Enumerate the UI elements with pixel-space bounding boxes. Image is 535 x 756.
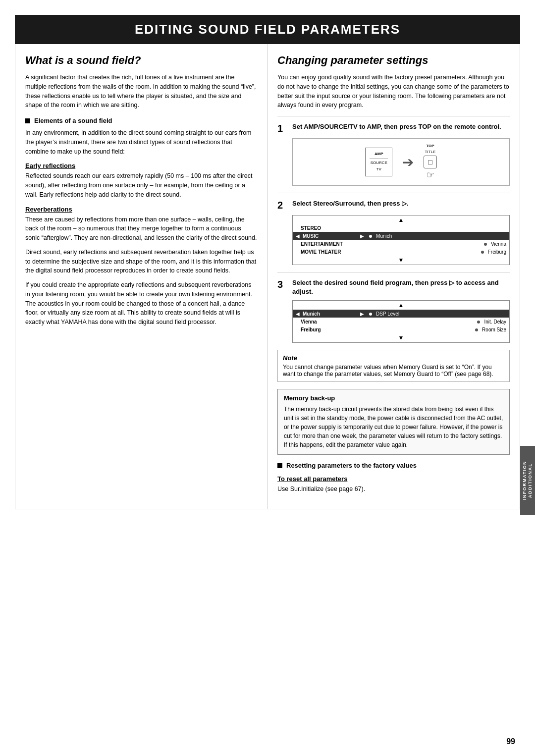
reverberations-heading: Reverberations [25, 206, 257, 213]
right-intro-text: You can enjoy good quality sound with th… [277, 73, 510, 110]
top-button-diagram: TOP TITLE □ ☞ [424, 144, 436, 180]
amp-selector-diagram: AMP SOURCE TV [365, 148, 392, 176]
reverberations-text2: Direct sound, early reflections and subs… [25, 248, 257, 275]
step-1: 1 Set AMP/SOURCE/TV to AMP, then press T… [277, 122, 510, 186]
memory-backup-text: The memory back-up circuit prevents the … [284, 405, 503, 449]
menu-row-music: ◀ MUSIC ▶ Munich [293, 232, 509, 240]
additional-info-sidebar: ADDITIONALINFORMATION [520, 446, 535, 515]
reset-text: Use Sur.Initialize (see page 67). [277, 485, 510, 494]
right-section-title: Changing parameter settings [277, 54, 510, 67]
menu-row-vienna: Vienna Init. Delay [293, 318, 509, 325]
memory-backup-box: Memory back-up The memory back-up circui… [277, 389, 510, 455]
step-2: 2 Select Stereo/Surround, then press ▷. … [277, 199, 510, 265]
early-reflections-text: Reflected sounds reach our ears extremel… [25, 171, 257, 199]
note-title: Note [283, 354, 504, 362]
left-arrow-icon: ◀ [296, 233, 300, 239]
left-column: What is a sound field? A significant fac… [15, 44, 268, 509]
elements-intro: In any environment, in addition to the d… [25, 128, 257, 156]
reset-section: Resetting parameters to the factory valu… [277, 462, 510, 494]
step-3-title: Select the desired sound field program, … [292, 278, 510, 296]
step-1-title: Set AMP/SOURCE/TV to AMP, then press TOP… [292, 122, 501, 131]
main-title: EDITING SOUND FIELD PARAMETERS [25, 22, 510, 37]
reset-black-square-icon [277, 463, 282, 468]
reverberations-text1: These are caused by reflections from mor… [25, 215, 257, 243]
step3-right-arrow-icon: ▶ [360, 311, 364, 317]
step-1-diagram: AMP SOURCE TV ➔ TOP TITLE □ ☞ [292, 138, 510, 186]
menu-row-munich: ◀ Munich ▶ DSP Level [293, 310, 509, 318]
reset-heading: Resetting parameters to the factory valu… [277, 462, 510, 469]
memory-backup-heading: Memory back-up [284, 394, 503, 402]
menu-row-freiburg: Freiburg Room Size [293, 325, 509, 333]
step-1-number: 1 [277, 122, 287, 134]
left-intro-text: A significant factor that creates the ri… [25, 73, 257, 110]
note-text: You cannot change parameter values when … [283, 364, 504, 378]
menu-row-entertainment: ENTERTAINMENT Vienna [293, 240, 509, 248]
left-section-title: What is a sound field? [25, 54, 257, 67]
title-btn-icon: □ [424, 156, 436, 168]
reverberations-text3: If you could create the appropriate earl… [25, 280, 257, 327]
menu-down-arrow: ▼ [293, 256, 509, 265]
menu-row-movietheater: MOVIE THEATER Freiburg [293, 248, 509, 256]
step3-menu-up-arrow: ▲ [293, 301, 509, 310]
right-arrow-icon: ▶ [360, 233, 364, 239]
page-header: EDITING SOUND FIELD PARAMETERS [0, 15, 535, 44]
step-3-number: 3 [277, 278, 287, 290]
sidebar-label: ADDITIONALINFORMATION [522, 461, 533, 500]
step3-menu-down-arrow: ▼ [293, 333, 509, 342]
step-2-number: 2 [277, 199, 287, 211]
right-column: Changing parameter settings You can enjo… [268, 44, 520, 509]
step-3: 3 Select the desired sound field program… [277, 278, 510, 343]
step-2-menu: ▲ STEREO ◀ MUSIC ▶ Munich ENTERTAINM [292, 215, 510, 265]
elements-heading: Elements of a sound field [25, 117, 257, 124]
note-box: Note You cannot change parameter values … [277, 350, 510, 382]
early-reflections-heading: Early reflections [25, 162, 257, 169]
reset-subheading: To reset all parameters [277, 475, 510, 483]
menu-up-arrow: ▲ [293, 216, 509, 224]
page-number: 99 [506, 737, 515, 746]
step3-left-arrow-icon: ◀ [296, 311, 300, 317]
black-square-icon [25, 118, 30, 123]
step-3-menu: ▲ ◀ Munich ▶ DSP Level Vienna Init. Del [292, 300, 510, 343]
menu-row-stereo: STEREO [293, 224, 509, 232]
step-2-title: Select Stereo/Surround, then press ▷. [292, 199, 409, 208]
arrow-icon: ➔ [402, 154, 414, 170]
